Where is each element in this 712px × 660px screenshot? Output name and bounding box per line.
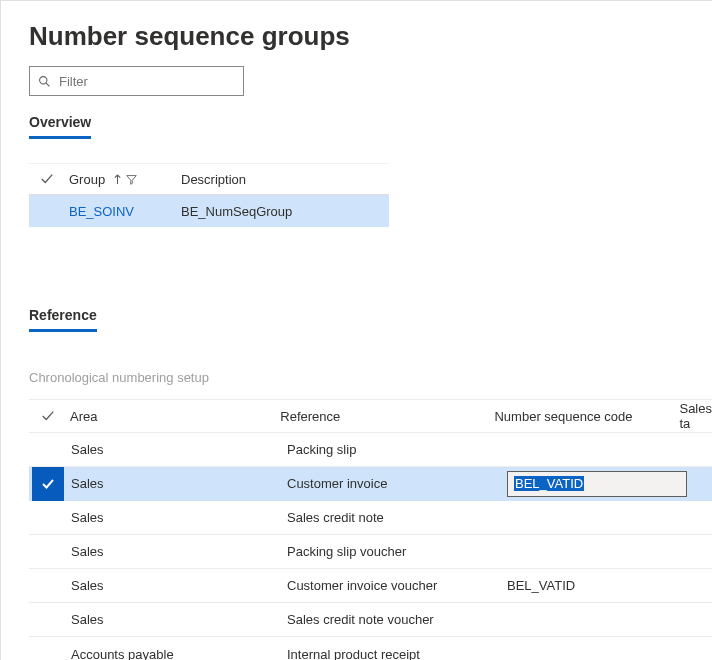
svg-line-1	[46, 83, 49, 86]
column-header-sales-tax[interactable]: Sales ta	[679, 401, 712, 431]
cell-code: BEL_VATID	[507, 578, 697, 593]
filter-box[interactable]	[29, 66, 244, 96]
tab-reference[interactable]: Reference	[29, 307, 97, 332]
page-root: Number sequence groups Overview Group	[0, 0, 712, 660]
column-header-group[interactable]: Group	[65, 172, 175, 187]
overview-grid-header: Group Description	[29, 163, 389, 195]
overview-cell-group: BE_SOINV	[65, 204, 175, 219]
cell-reference: Customer invoice	[287, 476, 507, 491]
cell-area: Sales	[67, 510, 287, 525]
reference-grid: Area Reference Number sequence code Sale…	[29, 399, 712, 660]
column-header-reference[interactable]: Reference	[280, 409, 494, 424]
overview-cell-description: BE_NumSeqGroup	[175, 204, 389, 219]
checkmark-icon	[41, 409, 55, 423]
reference-subheading: Chronological numbering setup	[29, 370, 712, 385]
reference-row[interactable]: Sales Sales credit note	[29, 501, 712, 535]
search-icon	[38, 75, 51, 88]
reference-row[interactable]: Sales Sales credit note voucher	[29, 603, 712, 637]
checkmark-icon	[40, 172, 54, 186]
cell-area: Sales	[67, 578, 287, 593]
select-all-overview[interactable]	[29, 172, 65, 186]
cell-area: Sales	[67, 612, 287, 627]
cell-reference: Sales credit note	[287, 510, 507, 525]
cell-reference: Packing slip	[287, 442, 507, 457]
cell-reference: Internal product receipt	[287, 647, 507, 661]
cell-reference: Packing slip voucher	[287, 544, 507, 559]
overview-grid: Group Description BE_SOINV BE_NumSeqGrou…	[29, 163, 389, 227]
reference-row[interactable]: Sales Customer invoice BEL_VATID	[29, 467, 712, 501]
svg-point-0	[40, 76, 47, 83]
checkmark-icon	[40, 476, 56, 492]
reference-grid-header: Area Reference Number sequence code Sale…	[29, 399, 712, 433]
page-title: Number sequence groups	[29, 21, 712, 52]
cell-area: Accounts payable	[67, 647, 287, 661]
reference-row[interactable]: Sales Packing slip voucher	[29, 535, 712, 569]
sort-asc-icon	[113, 174, 122, 185]
column-header-code[interactable]: Number sequence code	[494, 409, 679, 424]
cell-area: Sales	[67, 476, 287, 491]
column-header-area[interactable]: Area	[66, 409, 280, 424]
select-all-reference[interactable]	[29, 409, 66, 423]
cell-reference: Customer invoice voucher	[287, 578, 507, 593]
reference-row[interactable]: Sales Packing slip	[29, 433, 712, 467]
column-header-description[interactable]: Description	[175, 172, 389, 187]
filter-icon	[126, 174, 137, 185]
cell-area: Sales	[67, 442, 287, 457]
tab-overview[interactable]: Overview	[29, 114, 91, 139]
cell-reference: Sales credit note voucher	[287, 612, 507, 627]
filter-input[interactable]	[57, 73, 235, 90]
row-selected-indicator	[32, 467, 64, 501]
number-sequence-code-input[interactable]: BEL_VATID	[507, 471, 687, 497]
cell-area: Sales	[67, 544, 287, 559]
reference-row[interactable]: Sales Customer invoice voucher BEL_VATID	[29, 569, 712, 603]
code-selected-text: BEL_VATID	[514, 476, 584, 491]
reference-row[interactable]: Accounts payable Internal product receip…	[29, 637, 712, 660]
overview-row[interactable]: BE_SOINV BE_NumSeqGroup	[29, 195, 389, 227]
